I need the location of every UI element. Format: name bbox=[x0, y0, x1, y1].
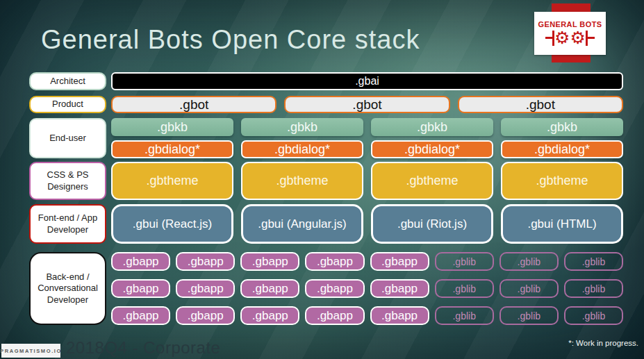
stack-box-gblib: .gblib bbox=[499, 306, 559, 325]
row-label-enduser: End-user bbox=[29, 118, 106, 158]
gears-icon: ⚙⚙ bbox=[545, 29, 595, 47]
stack-box-gbkb: .gbkb bbox=[111, 118, 233, 136]
stack-box-gbapp: .gbapp bbox=[176, 252, 235, 271]
stack-box-gblib: .gblib bbox=[499, 279, 559, 298]
cell-row-gbapps: .gbapp.gbapp.gbapp.gbapp.gbapp.gblib.gbl… bbox=[111, 252, 623, 271]
stack-box-gbot: .gbot bbox=[284, 96, 449, 113]
stack-box-gbai: .gbai bbox=[111, 72, 623, 90]
stack-box-gbkb: .gbkb bbox=[501, 118, 623, 136]
general-bots-logo: GENERAL BOTS ⚙⚙ bbox=[534, 12, 606, 55]
row-group-product: .gbot.gbot.gbot bbox=[111, 96, 623, 113]
stack-box-gblib: .gblib bbox=[435, 279, 494, 298]
row-group-frontend: .gbui (React.js).gbui (Angular.js).gbui … bbox=[111, 204, 623, 244]
stack-box-gbapp: .gbapp bbox=[305, 252, 364, 271]
cell-row-gbtheme: .gbtheme.gbtheme.gbtheme.gbtheme bbox=[111, 162, 623, 200]
stack-box-gbdialog: .gbdialog* bbox=[111, 140, 233, 158]
logo-brand-text: GENERAL BOTS bbox=[538, 20, 602, 28]
cell-row-gbai: .gbai bbox=[111, 72, 623, 90]
cell-row-gbui: .gbui (React.js).gbui (Angular.js).gbui … bbox=[111, 204, 623, 244]
stack-box-gbapp: .gbapp bbox=[111, 306, 170, 325]
stack-box-gblib: .gblib bbox=[564, 279, 623, 298]
row-label-frontend: Font-end / App Developer bbox=[29, 204, 106, 244]
stack-box-gblib: .gblib bbox=[435, 252, 494, 271]
gear-axle-right-icon bbox=[586, 29, 595, 47]
gear-icon: ⚙ bbox=[570, 29, 586, 47]
gear-icon: ⚙ bbox=[554, 29, 570, 47]
stack-box-gbtheme: .gbtheme bbox=[111, 162, 233, 200]
slide: General Bots Open Core stack GENERAL BOT… bbox=[0, 0, 644, 359]
cell-row-gbot: .gbot.gbot.gbot bbox=[111, 96, 623, 113]
stack-box-gbui: .gbui (Angular.js) bbox=[241, 204, 363, 244]
row-group-enduser: .gbkb.gbkb.gbkb.gbkb.gbdialog*.gbdialog*… bbox=[111, 118, 623, 158]
stack-box-gblib: .gblib bbox=[564, 306, 623, 325]
gear-axle-left-icon bbox=[545, 29, 554, 47]
stack-box-gbapp: .gbapp bbox=[111, 279, 170, 298]
stack-box-gbui: .gbui (Riot.js) bbox=[371, 204, 493, 244]
section-product: Product.gbot.gbot.gbot bbox=[29, 96, 623, 113]
stack-box-gbdialog: .gbdialog* bbox=[501, 140, 623, 158]
stack-box-gbapp: .gbapp bbox=[370, 279, 429, 298]
stack-box-gbkb: .gbkb bbox=[371, 118, 493, 136]
stack-box-gbapp: .gbapp bbox=[240, 306, 299, 325]
cell-row-gbkb: .gbkb.gbkb.gbkb.gbkb bbox=[111, 118, 623, 136]
vendor-badge: PRAGMATISMO.IO bbox=[1, 344, 60, 358]
row-group-designers: .gbtheme.gbtheme.gbtheme.gbtheme bbox=[111, 162, 623, 200]
stack-box-gbapp: .gbapp bbox=[176, 279, 235, 298]
stack-box-gbapp: .gbapp bbox=[240, 279, 299, 298]
stack-box-gbui: .gbui (React.js) bbox=[111, 204, 233, 244]
stack-box-gbapp: .gbapp bbox=[240, 252, 299, 271]
section-architect: Architect.gbai bbox=[29, 72, 623, 90]
cell-row-gbapps: .gbapp.gbapp.gbapp.gbapp.gbapp.gblib.gbl… bbox=[111, 279, 623, 298]
stack-box-gbot: .gbot bbox=[458, 96, 623, 113]
row-label-backend: Back-end / Conversational Developer bbox=[29, 252, 106, 325]
stack-box-gbtheme: .gbtheme bbox=[371, 162, 493, 200]
section-backend: Back-end / Conversational Developer.gbap… bbox=[29, 252, 623, 325]
stack-box-gbapp: .gbapp bbox=[305, 279, 364, 298]
stack-box-gbui: .gbui (HTML) bbox=[501, 204, 623, 244]
cell-row-gbdialog: .gbdialog*.gbdialog*.gbdialog*.gbdialog* bbox=[111, 140, 623, 158]
stack-box-gblib: .gblib bbox=[435, 306, 494, 325]
cell-row-gbapps: .gbapp.gbapp.gbapp.gbapp.gbapp.gblib.gbl… bbox=[111, 306, 623, 325]
stack-box-gbtheme: .gbtheme bbox=[241, 162, 363, 200]
stack-box-gbdialog: .gbdialog* bbox=[371, 140, 493, 158]
stack-box-gbapp: .gbapp bbox=[370, 306, 429, 325]
stack-box-gbapp: .gbapp bbox=[305, 306, 364, 325]
stack-box-gbapp: .gbapp bbox=[111, 252, 170, 271]
stack-box-gbtheme: .gbtheme bbox=[501, 162, 623, 200]
stack-box-gbot: .gbot bbox=[111, 96, 276, 113]
section-designers: CSS & PS Designers.gbtheme.gbtheme.gbthe… bbox=[29, 162, 623, 200]
stack-box-gblib: .gblib bbox=[564, 252, 623, 271]
page-title: General Bots Open Core stack bbox=[41, 25, 420, 55]
row-label-architect: Architect bbox=[29, 72, 106, 90]
stack-box-gbdialog: .gbdialog* bbox=[241, 140, 363, 158]
work-in-progress-note: *: Work in progress. bbox=[568, 339, 638, 347]
row-group-backend: .gbapp.gbapp.gbapp.gbapp.gbapp.gblib.gbl… bbox=[111, 252, 623, 325]
stack-box-gblib: .gblib bbox=[499, 252, 559, 271]
row-label-designers: CSS & PS Designers bbox=[29, 162, 106, 200]
section-enduser: End-user.gbkb.gbkb.gbkb.gbkb.gbdialog*.g… bbox=[29, 118, 623, 158]
row-label-product: Product bbox=[29, 96, 106, 113]
edition-label: 2018Q4 - Corporate bbox=[66, 338, 220, 358]
row-group-architect: .gbai bbox=[111, 72, 623, 90]
stack-box-gbapp: .gbapp bbox=[370, 252, 429, 271]
stack-box-gbapp: .gbapp bbox=[176, 306, 235, 325]
stack-box-gbkb: .gbkb bbox=[241, 118, 363, 136]
section-frontend: Font-end / App Developer.gbui (React.js)… bbox=[29, 204, 623, 244]
